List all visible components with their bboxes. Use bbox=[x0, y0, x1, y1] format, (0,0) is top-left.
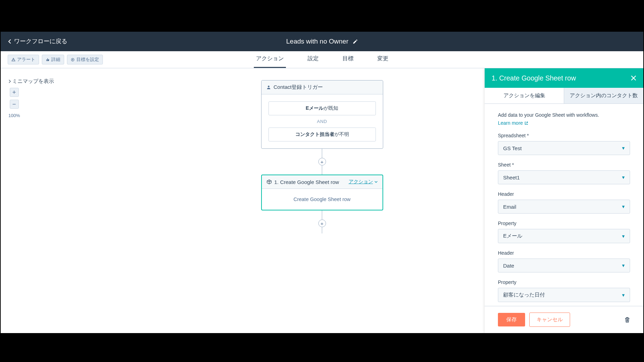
canvas: ミニマップを表示 + − 100% Contact登録トリガー Eメールが既知 … bbox=[1, 68, 643, 333]
caret-down-icon: ▾ bbox=[622, 233, 625, 239]
learn-more-link[interactable]: Learn more bbox=[498, 120, 528, 126]
action-card-selected[interactable]: 1. Create Google Sheet row アクション Create … bbox=[261, 175, 383, 210]
select-property-1-value: Eメール bbox=[503, 233, 522, 239]
label-spreadsheet: Spreadsheet * bbox=[498, 133, 630, 138]
caret-down-icon: ▾ bbox=[622, 145, 625, 151]
goals-label: 目標を設定 bbox=[76, 56, 99, 63]
thumbs-up-icon bbox=[46, 58, 50, 62]
cond2-bold: コンタクト担当者 bbox=[295, 131, 334, 137]
add-action-button-2[interactable]: + bbox=[318, 219, 326, 227]
workflow-flow: Contact登録トリガー Eメールが既知 AND コンタクト担当者が不明 + bbox=[261, 80, 383, 234]
learn-more-label: Learn more bbox=[498, 120, 523, 126]
top-bar: ワークフローに戻る Leads with no Owner bbox=[1, 32, 643, 51]
pencil-icon bbox=[353, 39, 358, 44]
action-header: 1. Create Google Sheet row アクション bbox=[262, 175, 382, 189]
warning-icon bbox=[12, 58, 15, 62]
alerts-button[interactable]: アラート bbox=[8, 55, 39, 64]
connector bbox=[322, 227, 322, 233]
field-spreadsheet: Spreadsheet * GS Test ▾ bbox=[498, 133, 630, 155]
zoom-out-button[interactable]: − bbox=[10, 100, 19, 109]
back-to-workflows-link[interactable]: ワークフローに戻る bbox=[8, 38, 67, 45]
caret-down-icon: ▾ bbox=[622, 203, 625, 210]
zoom-controls: + − 100% bbox=[8, 88, 20, 118]
delete-action-button[interactable] bbox=[624, 317, 630, 323]
label-sheet: Sheet * bbox=[498, 162, 630, 168]
panel-close-button[interactable] bbox=[631, 75, 636, 81]
connector bbox=[322, 165, 322, 175]
chevron-right-icon bbox=[8, 79, 11, 83]
panel-tab-edit[interactable]: アクションを編集 bbox=[485, 88, 564, 103]
svg-point-3 bbox=[268, 86, 270, 87]
panel-tabs: アクションを編集 アクション内のコンタクト数 bbox=[485, 88, 643, 104]
action-card-body: Create Google Sheet row bbox=[262, 189, 382, 210]
label-header-2: Header bbox=[498, 250, 630, 256]
field-header-1: Header Email ▾ bbox=[498, 191, 630, 214]
trigger-header: Contact登録トリガー bbox=[262, 80, 383, 94]
field-header-2: Header Date ▾ bbox=[498, 250, 630, 272]
select-header-2-value: Date bbox=[503, 263, 514, 269]
close-icon bbox=[631, 75, 636, 81]
connector bbox=[322, 149, 322, 158]
select-header-1-value: Email bbox=[503, 204, 516, 210]
field-property-1: Property Eメール ▾ bbox=[498, 221, 630, 243]
select-sheet-value: Sheet1 bbox=[503, 175, 520, 180]
end-marker bbox=[320, 233, 324, 234]
label-header-1: Header bbox=[498, 191, 630, 197]
goals-button[interactable]: 目標を設定 bbox=[67, 55, 103, 64]
trigger-title: Contact登録トリガー bbox=[274, 84, 323, 91]
trigger-body: Eメールが既知 AND コンタクト担当者が不明 bbox=[262, 94, 383, 148]
workflow-title-wrap: Leads with no Owner bbox=[286, 38, 358, 45]
field-property-2: Property 顧客になった日付 ▾ bbox=[498, 279, 630, 302]
label-property-2: Property bbox=[498, 279, 630, 285]
edit-title-icon[interactable] bbox=[353, 39, 358, 44]
panel-title: 1. Create Google Sheet row bbox=[492, 74, 576, 82]
side-panel: 1. Create Google Sheet row アクションを編集 アクショ… bbox=[485, 68, 643, 333]
tab-action[interactable]: アクション bbox=[254, 50, 286, 68]
zoom-level: 100% bbox=[8, 113, 20, 118]
select-property-2-value: 顧客になった日付 bbox=[503, 292, 545, 298]
caret-down-icon: ▾ bbox=[622, 262, 625, 269]
select-spreadsheet[interactable]: GS Test ▾ bbox=[498, 141, 630, 155]
cancel-button[interactable]: キャンセル bbox=[529, 313, 570, 327]
panel-tab-count[interactable]: アクション内のコンタクト数 bbox=[564, 88, 643, 103]
select-sheet[interactable]: Sheet1 ▾ bbox=[498, 170, 630, 184]
select-header-2[interactable]: Date ▾ bbox=[498, 259, 630, 272]
cond1-bold: Eメール bbox=[306, 105, 324, 111]
trash-icon bbox=[624, 317, 630, 323]
select-property-1[interactable]: Eメール ▾ bbox=[498, 229, 630, 243]
zoom-in-button[interactable]: + bbox=[10, 88, 19, 97]
panel-header: 1. Create Google Sheet row bbox=[485, 68, 643, 88]
panel-footer: 保存 キャンセル bbox=[485, 306, 643, 333]
details-button[interactable]: 詳細 bbox=[42, 55, 64, 64]
contact-icon bbox=[266, 85, 271, 90]
back-label: ワークフローに戻る bbox=[14, 38, 67, 45]
svg-point-2 bbox=[72, 59, 73, 60]
trigger-condition-2: コンタクト担当者が不明 bbox=[268, 128, 376, 141]
trigger-condition-1: Eメールが既知 bbox=[268, 101, 376, 115]
add-action-button-1[interactable]: + bbox=[318, 158, 326, 165]
target-icon bbox=[71, 58, 75, 62]
label-property-1: Property bbox=[498, 221, 630, 226]
select-property-2[interactable]: 顧客になった日付 ▾ bbox=[498, 288, 630, 302]
action-dropdown[interactable]: アクション bbox=[349, 179, 378, 185]
panel-help-text: Add data to your Google Sheet with workf… bbox=[498, 111, 630, 119]
external-link-icon bbox=[524, 121, 528, 125]
and-label: AND bbox=[317, 119, 327, 124]
trigger-card[interactable]: Contact登録トリガー Eメールが既知 AND コンタクト担当者が不明 bbox=[261, 80, 383, 149]
minimap-toggle[interactable]: ミニマップを表示 bbox=[8, 78, 54, 85]
tab-change[interactable]: 変更 bbox=[375, 50, 391, 68]
tab-settings[interactable]: 設定 bbox=[305, 50, 321, 68]
caret-down-icon: ▾ bbox=[622, 174, 625, 180]
caret-down-icon bbox=[374, 181, 378, 183]
sub-bar: アラート 詳細 目標を設定 アクション 設定 目標 変更 bbox=[1, 51, 643, 68]
select-header-1[interactable]: Email ▾ bbox=[498, 200, 630, 214]
save-button[interactable]: 保存 bbox=[498, 313, 525, 326]
toolbar: アラート 詳細 目標を設定 bbox=[8, 55, 103, 64]
chevron-left-icon bbox=[8, 39, 12, 44]
alerts-label: アラート bbox=[17, 56, 35, 63]
connector bbox=[322, 210, 322, 219]
panel-body: Add data to your Google Sheet with workf… bbox=[485, 104, 643, 306]
field-sheet: Sheet * Sheet1 ▾ bbox=[498, 162, 630, 184]
tab-goal[interactable]: 目標 bbox=[340, 50, 356, 68]
main-tabs: アクション 設定 目標 変更 bbox=[254, 50, 391, 68]
